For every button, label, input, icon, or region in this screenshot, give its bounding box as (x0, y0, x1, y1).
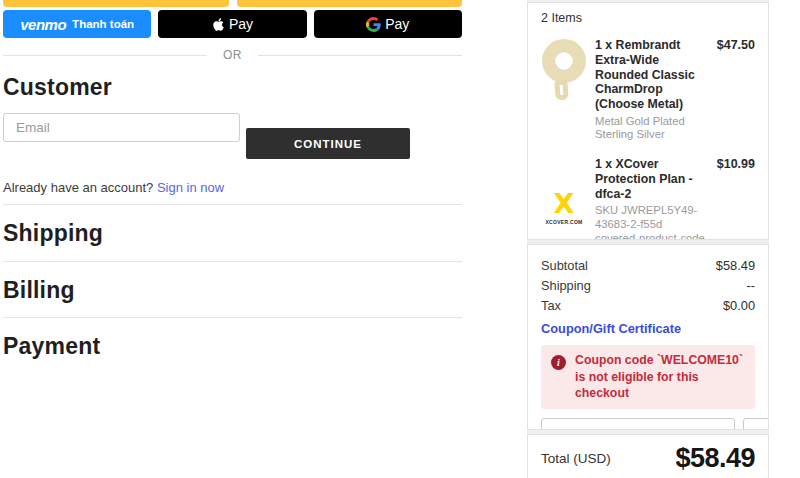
xcover-logo-caption: XCOVER.COM (541, 219, 587, 225)
totals-card: Subtotal $58.49 Shipping -- Tax $0.00 Co… (527, 244, 769, 430)
venmo-pay-button[interactable]: venmo Thanh toán (3, 10, 151, 38)
apple-pay-label: Pay (229, 16, 253, 32)
apply-coupon-button[interactable]: APPLY (743, 418, 769, 430)
google-logo-icon (366, 17, 381, 32)
cart-items-card: 2 Items 1 x Rembrandt Extra-Wide Rounded… (527, 2, 769, 240)
or-divider-label: OR (223, 48, 242, 62)
signin-prompt-row: Already have an account? Sign in now (3, 180, 462, 195)
item-detail-line: SKU JWREPL5Y49-43683-2-f55d (595, 204, 705, 230)
section-divider (3, 261, 462, 262)
item-info: 1 x Rembrandt Extra-Wide Rounded Classic… (595, 38, 705, 142)
apple-pay-button[interactable]: Pay (158, 10, 306, 38)
coupon-entry-row: APPLY (541, 418, 755, 430)
xcover-x-icon: X (541, 191, 587, 217)
tax-row: Tax $0.00 (541, 298, 755, 314)
google-pay-label: Pay (385, 16, 409, 32)
paypal-button[interactable] (3, 0, 229, 7)
xcover-logo: X XCOVER.COM (541, 157, 587, 240)
item-detail-line: covered-product-code 511077/2XM9RRDR87 (595, 232, 705, 240)
item-price: $47.50 (711, 38, 755, 142)
section-divider (3, 204, 462, 205)
paypal-button-row (3, 0, 462, 7)
continue-button[interactable]: CONTINUE (246, 128, 410, 159)
grand-total-value: $58.49 (675, 443, 755, 474)
customer-section-heading: Customer (3, 74, 462, 100)
item-details: SKU JWREPL5Y49-43683-2-f55d covered-prod… (595, 204, 705, 240)
item-info: 1 x XCover Protection Plan - dfca-2 SKU … (595, 157, 705, 240)
order-summary-panel: 2 Items 1 x Rembrandt Extra-Wide Rounded… (527, 0, 769, 478)
shipping-value: -- (746, 278, 755, 293)
shipping-row: Shipping -- (541, 278, 755, 294)
grand-total-card: Total (USD) $58.49 (527, 434, 769, 478)
item-price: $10.99 (711, 157, 755, 240)
section-divider (3, 317, 462, 318)
coupon-error-text: Coupon code `WELCOME10` is not eligible … (575, 352, 745, 402)
subtotal-label: Subtotal (541, 258, 588, 273)
email-field[interactable] (3, 113, 240, 142)
grand-total-label: Total (USD) (541, 451, 611, 466)
billing-section-heading: Billing (3, 277, 462, 303)
cart-item-xcover: X XCOVER.COM 1 x XCover Protection Plan … (541, 157, 755, 240)
charmdrop-ring-graphic (541, 39, 587, 105)
customer-email-form: CONTINUE (3, 113, 462, 175)
google-pay-button[interactable]: Pay (314, 10, 462, 38)
items-count-label: 2 Items (541, 11, 755, 25)
express-pay-row: venmo Thanh toán Pay Pay (3, 10, 462, 38)
cart-item-charmdrop: 1 x Rembrandt Extra-Wide Rounded Classic… (541, 38, 755, 142)
signin-link[interactable]: Sign in now (157, 180, 224, 195)
item-detail-line: Metal Gold Plated Sterling Silver (595, 115, 705, 141)
product-image-charmdrop (541, 38, 587, 142)
divider-line (3, 55, 207, 56)
item-title: 1 x XCover Protection Plan - dfca-2 (595, 157, 705, 201)
error-info-icon: i (551, 355, 566, 370)
venmo-button-label: Thanh toán (72, 18, 134, 30)
subtotal-value: $58.49 (716, 258, 755, 273)
item-title: 1 x Rembrandt Extra-Wide Rounded Classic… (595, 38, 705, 112)
shipping-section-heading: Shipping (3, 220, 462, 246)
divider-line (258, 55, 462, 56)
item-details: Metal Gold Plated Sterling Silver (595, 115, 705, 141)
signin-prompt-text: Already have an account? (3, 180, 153, 195)
coupon-error-alert: i Coupon code `WELCOME10` is not eligibl… (541, 345, 755, 409)
tax-label: Tax (541, 298, 561, 313)
shipping-label: Shipping (541, 278, 591, 293)
paypal-paylater-button[interactable] (237, 0, 463, 7)
apple-logo-icon (212, 17, 225, 32)
subtotal-row: Subtotal $58.49 (541, 258, 755, 274)
or-divider: OR (3, 48, 462, 62)
coupon-code-input[interactable] (541, 418, 735, 430)
payment-section-heading: Payment (3, 333, 462, 359)
checkout-left-column: venmo Thanh toán Pay Pay OR Customer CON… (3, 0, 462, 374)
coupon-gift-certificate-link[interactable]: Coupon/Gift Certificate (541, 321, 681, 336)
venmo-logo: venmo (20, 16, 66, 33)
tax-value: $0.00 (723, 298, 755, 313)
